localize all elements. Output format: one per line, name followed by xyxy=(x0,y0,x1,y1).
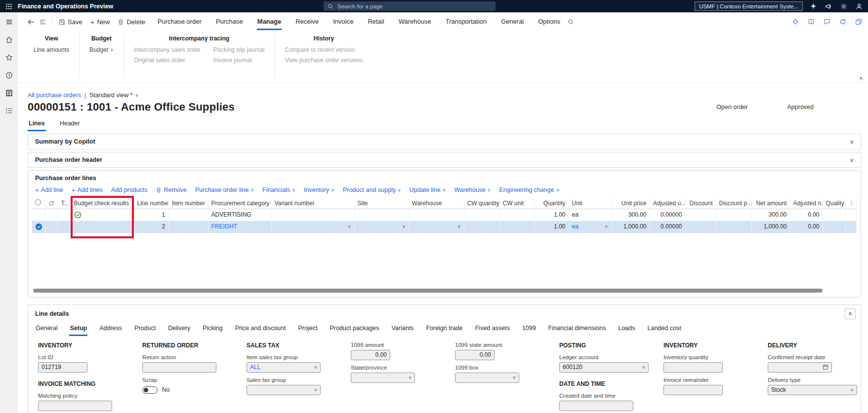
intercompany-sales-order-button[interactable]: Intercompany sales order xyxy=(134,46,201,53)
procurement-category-cell[interactable]: ADVERTISING xyxy=(208,209,271,221)
site-cell[interactable]: ∨ xyxy=(354,221,409,232)
warehouse-cell[interactable] xyxy=(409,209,464,221)
item-number-cell[interactable] xyxy=(168,209,208,221)
variant-number-cell[interactable] xyxy=(271,209,354,221)
current-form-icon[interactable] xyxy=(3,87,14,98)
tab-retail[interactable]: Retail xyxy=(367,13,384,30)
state-amount-1099-field[interactable] xyxy=(455,350,495,360)
chevron-down-icon[interactable]: ∨ xyxy=(348,225,351,229)
cw-quantity-cell[interactable] xyxy=(464,209,499,221)
cw-unit-header[interactable]: CW unit xyxy=(499,198,534,209)
type-column-header[interactable]: T... xyxy=(58,198,71,209)
engineering-change-menu[interactable]: Engineering change ∨ xyxy=(499,187,559,193)
delete-button[interactable]: Delete xyxy=(114,16,149,28)
view-selector[interactable]: Standard view * ∨ xyxy=(89,92,138,99)
remove-button[interactable]: Remove xyxy=(156,187,187,193)
new-button[interactable]: + New xyxy=(86,16,114,28)
adjusted-net-amount-cell[interactable]: 0.00 xyxy=(790,221,823,232)
action-search-icon[interactable] xyxy=(568,19,574,25)
select-all-header[interactable] xyxy=(32,198,45,209)
grid-row-1[interactable]: 1 ADVERTISING 1.00 ea 300.00 xyxy=(32,209,857,221)
amount-1099-field[interactable] xyxy=(351,350,390,360)
tab-warehouse[interactable]: Warehouse xyxy=(398,13,432,30)
quantity-cell[interactable]: 1.00 xyxy=(534,209,569,221)
tab-setup[interactable]: Setup xyxy=(69,322,87,336)
warehouse-header[interactable]: Warehouse xyxy=(409,198,464,209)
page-search-box[interactable] xyxy=(324,1,496,11)
restore-window-icon[interactable] xyxy=(854,17,863,26)
copilot-sparkle-icon[interactable] xyxy=(808,1,818,11)
tab-general[interactable]: General xyxy=(500,13,524,30)
row-select-cell[interactable] xyxy=(32,221,45,232)
tab-picking[interactable]: Picking xyxy=(202,322,223,336)
procurement-category-header[interactable]: Procurement category xyxy=(208,198,271,209)
adjusted-unit-price-cell[interactable]: 0.00000 xyxy=(650,209,685,221)
account-icon[interactable] xyxy=(854,1,864,11)
home-icon[interactable] xyxy=(3,34,14,45)
compare-to-recent-version-button[interactable]: Compare to recent version xyxy=(285,46,363,53)
row-refresh-cell[interactable] xyxy=(45,221,58,232)
adjusted-unit-price-header[interactable]: Adjusted u... xyxy=(650,198,685,209)
site-header[interactable]: Site xyxy=(354,198,409,209)
tab-variants[interactable]: Variants xyxy=(391,322,414,336)
cw-quantity-cell[interactable] xyxy=(464,221,499,232)
refresh-icon[interactable] xyxy=(838,17,847,26)
budget-menu-button[interactable]: Budget ∨ xyxy=(89,46,114,53)
sales-tax-group-combo[interactable]: ∨ xyxy=(247,385,321,395)
adjusted-unit-price-cell[interactable]: 0.00000 xyxy=(650,221,685,232)
item-number-cell[interactable] xyxy=(168,221,208,232)
variant-number-header[interactable]: Variant number xyxy=(271,198,354,209)
discount-header[interactable]: Discount xyxy=(685,198,716,209)
packing-slip-journal-button[interactable]: Packing slip journal xyxy=(213,46,264,53)
chevron-down-icon[interactable]: ∨ xyxy=(605,225,608,229)
invoice-journal-button[interactable]: Invoice journal xyxy=(213,57,264,64)
quality-order-status-cell[interactable] xyxy=(823,221,846,232)
original-sales-order-button[interactable]: Original sales order xyxy=(134,57,201,64)
return-action-field[interactable] xyxy=(142,362,216,373)
line-details-header[interactable]: Line details ∧ xyxy=(28,305,861,322)
quality-order-status-header[interactable]: Quality order sta... xyxy=(823,198,846,209)
site-cell[interactable] xyxy=(354,209,409,221)
variant-number-cell[interactable]: ∨ xyxy=(271,221,354,232)
view-purchase-order-versions-button[interactable]: View purchase order versions xyxy=(285,57,363,64)
net-amount-header[interactable]: Net amount xyxy=(751,198,790,209)
chevron-down-icon[interactable]: ∨ xyxy=(850,157,854,163)
purchase-order-header-section[interactable]: Purchase order header ∨ xyxy=(28,152,861,168)
quality-order-status-cell[interactable] xyxy=(823,209,846,221)
app-launcher-icon[interactable] xyxy=(3,0,15,12)
net-amount-cell[interactable]: 300.00 xyxy=(751,209,790,221)
confirmed-receipt-date-field[interactable] xyxy=(768,362,832,373)
summary-by-copilot-section[interactable]: Summary by Copilot ∨ xyxy=(28,134,861,150)
tab-foreign-trade[interactable]: Foreign trade xyxy=(425,322,463,336)
unit-value[interactable]: ea xyxy=(572,223,579,230)
tab-options[interactable]: Options xyxy=(537,13,561,30)
inventory-quantity-field[interactable] xyxy=(663,362,723,373)
search-input[interactable] xyxy=(336,3,492,10)
unit-price-header[interactable]: Unit price xyxy=(611,198,650,209)
adjusted-net-amount-header[interactable]: Adjusted n... xyxy=(790,198,823,209)
hamburger-menu-icon[interactable] xyxy=(3,16,14,27)
warehouse-cell[interactable]: ∨ xyxy=(409,221,464,232)
row-type-cell[interactable] xyxy=(58,221,71,232)
line-number-header[interactable]: Line number xyxy=(134,198,168,209)
matching-policy-field[interactable] xyxy=(38,401,112,411)
purchase-order-line-menu[interactable]: Purchase order line ∨ xyxy=(195,187,254,193)
unit-cell[interactable]: ea xyxy=(569,209,611,221)
cw-unit-cell[interactable] xyxy=(499,209,534,221)
ledger-account-combo[interactable]: 600120 ∨ xyxy=(559,362,649,373)
discount-percent-cell[interactable] xyxy=(716,209,751,221)
unit-price-cell[interactable]: 1,000.00 xyxy=(611,221,650,232)
line-number-cell[interactable]: 2 xyxy=(134,221,168,232)
add-line-button[interactable]: + Add line xyxy=(35,187,63,193)
discount-cell[interactable] xyxy=(685,209,716,221)
tab-fixed-assets[interactable]: Fixed assets xyxy=(475,322,510,336)
discount-cell[interactable] xyxy=(685,221,716,232)
discount-percent-cell[interactable] xyxy=(716,221,751,232)
cw-unit-cell[interactable] xyxy=(499,221,534,232)
chevron-down-icon[interactable]: ∨ xyxy=(402,225,406,229)
add-lines-button[interactable]: + Add lines xyxy=(72,187,103,193)
discount-percent-header[interactable]: Discount p... xyxy=(716,198,751,209)
quantity-header[interactable]: Quantity xyxy=(534,198,569,209)
grid-row-2-selected[interactable]: 2 FREIGHT ∨ ∨ ∨ 1.00 ea∨ 1,000.00 xyxy=(32,221,857,232)
financials-menu[interactable]: Financials ∨ xyxy=(262,187,295,193)
